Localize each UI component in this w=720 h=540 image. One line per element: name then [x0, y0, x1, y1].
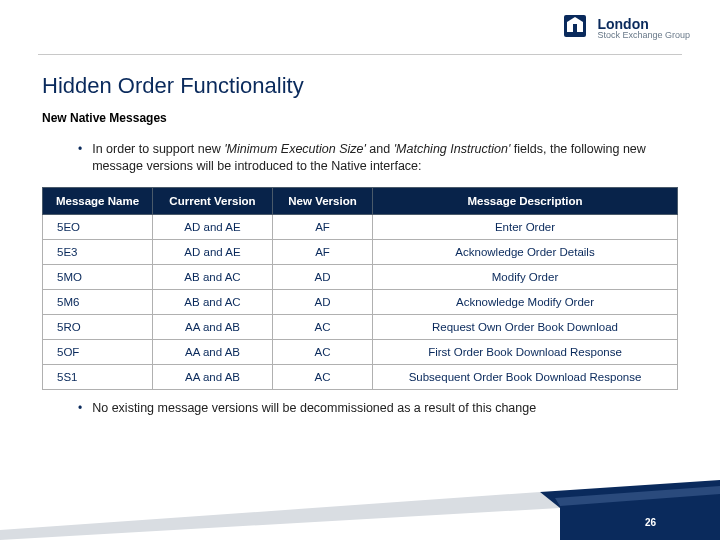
svg-marker-4	[555, 486, 720, 506]
header: London Stock Exchange Group	[0, 0, 720, 50]
cell-new-version: AD	[273, 289, 373, 314]
cell-description: Acknowledge Order Details	[373, 239, 678, 264]
bullet-icon: •	[78, 400, 82, 417]
cell-message-name: 5S1	[43, 364, 153, 389]
table-row: 5E3AD and AEAFAcknowledge Order Details	[43, 239, 678, 264]
bullet-text: In order to support new 'Minimum Executi…	[92, 141, 678, 175]
footer-decoration	[0, 480, 720, 540]
table-row: 5EOAD and AEAFEnter Order	[43, 214, 678, 239]
cell-new-version: AF	[273, 214, 373, 239]
cell-current-version: AA and AB	[153, 314, 273, 339]
table-header-row: Message Name Current Version New Version…	[43, 187, 678, 214]
page-title: Hidden Order Functionality	[42, 73, 678, 99]
cell-description: Acknowledge Modify Order	[373, 289, 678, 314]
message-table: Message Name Current Version New Version…	[42, 187, 678, 390]
cell-current-version: AD and AE	[153, 239, 273, 264]
content: Hidden Order Functionality New Native Me…	[0, 55, 720, 417]
cell-message-name: 5EO	[43, 214, 153, 239]
logo-main-text: London	[597, 17, 690, 31]
bullet-text-part: and	[366, 142, 394, 156]
cell-description: Enter Order	[373, 214, 678, 239]
logo-sub-text: Stock Exchange Group	[597, 31, 690, 40]
bullet-text-part: In order to support new	[92, 142, 224, 156]
cell-description: Request Own Order Book Download	[373, 314, 678, 339]
table-row: 5M6AB and ACADAcknowledge Modify Order	[43, 289, 678, 314]
table-row: 5OFAA and ABACFirst Order Book Download …	[43, 339, 678, 364]
crest-icon	[561, 12, 589, 44]
bullet-item: • No existing message versions will be d…	[42, 400, 678, 417]
col-current-version: Current Version	[153, 187, 273, 214]
cell-message-name: 5E3	[43, 239, 153, 264]
bullet-text-em: 'Minimum Execution Size'	[224, 142, 366, 156]
svg-rect-1	[573, 24, 577, 32]
col-message-description: Message Description	[373, 187, 678, 214]
cell-message-name: 5RO	[43, 314, 153, 339]
page-subtitle: New Native Messages	[42, 111, 678, 125]
cell-new-version: AC	[273, 364, 373, 389]
cell-current-version: AB and AC	[153, 264, 273, 289]
cell-new-version: AC	[273, 339, 373, 364]
cell-new-version: AF	[273, 239, 373, 264]
cell-description: Subsequent Order Book Download Response	[373, 364, 678, 389]
cell-current-version: AD and AE	[153, 214, 273, 239]
cell-message-name: 5MO	[43, 264, 153, 289]
bullet-icon: •	[78, 141, 82, 158]
logo-block: London Stock Exchange Group	[561, 12, 690, 44]
cell-current-version: AB and AC	[153, 289, 273, 314]
svg-marker-2	[0, 492, 560, 540]
cell-new-version: AC	[273, 314, 373, 339]
cell-description: Modify Order	[373, 264, 678, 289]
bullet-text: No existing message versions will be dec…	[92, 400, 536, 417]
cell-message-name: 5M6	[43, 289, 153, 314]
page-number: 26	[645, 517, 656, 528]
cell-description: First Order Book Download Response	[373, 339, 678, 364]
col-message-name: Message Name	[43, 187, 153, 214]
cell-message-name: 5OF	[43, 339, 153, 364]
bullet-text-em: 'Matching Instruction'	[394, 142, 511, 156]
col-new-version: New Version	[273, 187, 373, 214]
bullet-item: • In order to support new 'Minimum Execu…	[42, 141, 678, 175]
table-row: 5ROAA and ABACRequest Own Order Book Dow…	[43, 314, 678, 339]
cell-current-version: AA and AB	[153, 364, 273, 389]
svg-marker-3	[540, 480, 720, 540]
table-row: 5MOAB and ACADModify Order	[43, 264, 678, 289]
table-row: 5S1AA and ABACSubsequent Order Book Down…	[43, 364, 678, 389]
cell-current-version: AA and AB	[153, 339, 273, 364]
cell-new-version: AD	[273, 264, 373, 289]
